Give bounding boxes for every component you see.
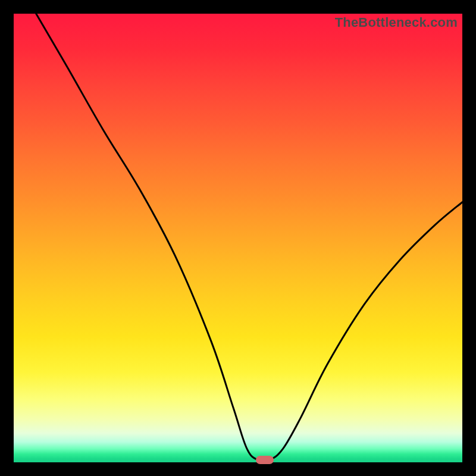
plot-area: TheBottleneck.com	[14, 14, 462, 462]
chart-frame: TheBottleneck.com	[0, 0, 476, 476]
bottleneck-curve	[14, 14, 462, 462]
optimal-marker	[256, 456, 274, 464]
